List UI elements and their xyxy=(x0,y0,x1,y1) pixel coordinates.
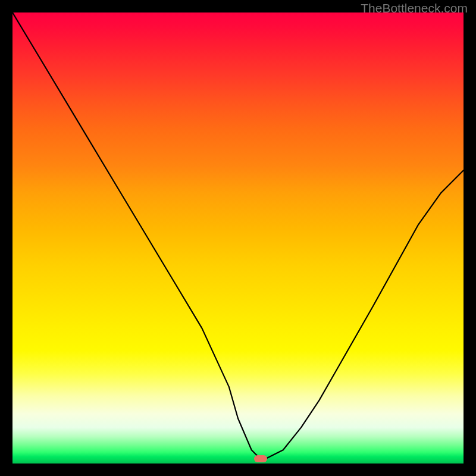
watermark-text: TheBottleneck.com xyxy=(361,1,468,15)
bottleneck-curve xyxy=(12,12,464,464)
chart-frame: TheBottleneck.com xyxy=(0,0,476,476)
minimum-marker xyxy=(254,455,267,462)
plot-area xyxy=(12,12,464,464)
